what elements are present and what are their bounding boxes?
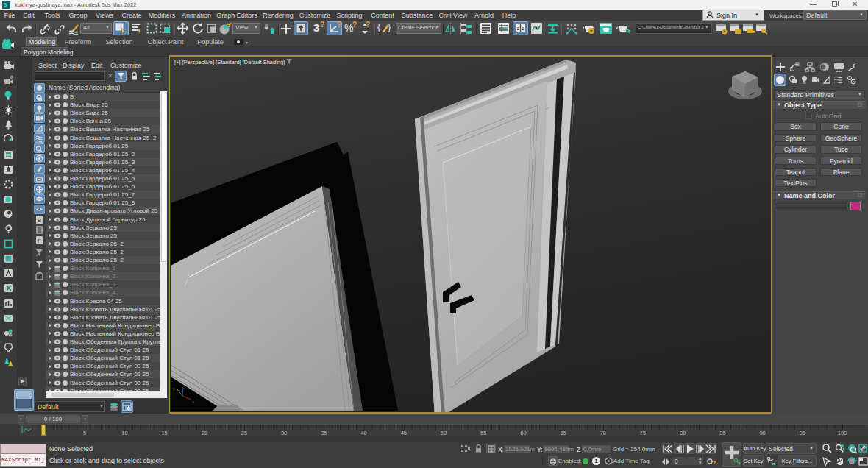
svg-text:F: F	[38, 238, 41, 244]
svg-text:B: B	[38, 217, 41, 224]
svg-text:y: y	[173, 386, 175, 391]
svg-text:[+] [Perspective] [Standard] [: [+] [Perspective] [Standard] [Default Sh…	[174, 59, 285, 65]
svg-text:x: x	[192, 400, 194, 404]
